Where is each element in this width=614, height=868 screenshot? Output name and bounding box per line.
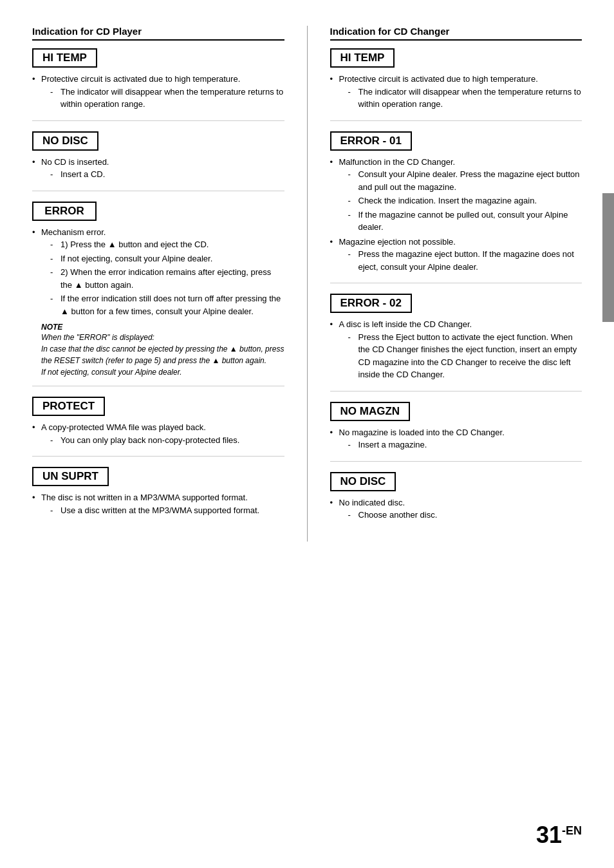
- sub-list: Insert a CD.: [50, 168, 284, 181]
- bullet-list: Mechanism error. 1) Press the ▲ button a…: [32, 226, 284, 318]
- sub-list: Use a disc written at the MP3/WMA suppor…: [50, 504, 284, 517]
- indicator-no-disc-cd: NO DISC: [32, 131, 98, 151]
- indicator-hi-temp-changer: HI TEMP: [330, 48, 395, 68]
- note-title: NOTE: [41, 323, 284, 332]
- main-content: Indication for CD Player HI TEMP Protect…: [32, 26, 582, 542]
- list-item: No CD is inserted. Insert a CD.: [32, 156, 284, 181]
- indicator-un-suprt-cd: UN SUPRT: [32, 467, 109, 486]
- entry-no-disc-changer: NO DISC No indicated disc. Choose anothe…: [330, 472, 582, 531]
- list-item: 2) When the error indication remains aft…: [50, 266, 284, 291]
- bullet-list: Malfunction in the CD Changer. Consult y…: [330, 156, 582, 274]
- sub-list: Consult your Alpine dealer. Press the ma…: [348, 168, 582, 234]
- right-column: Indication for CD Changer HI TEMP Protec…: [330, 26, 582, 542]
- note-text: When the "ERROR" is displayed: In case t…: [41, 332, 284, 378]
- bullet-list: No CD is inserted. Insert a CD.: [32, 156, 284, 181]
- sub-list: 1) Press the ▲ button and eject the CD. …: [50, 238, 284, 317]
- bullet-list: Protective circuit is activated due to h…: [330, 73, 582, 111]
- sub-list: The indicator will disappear when the te…: [348, 86, 582, 111]
- bullet-list: The disc is not written in a MP3/WMA sup…: [32, 491, 284, 516]
- list-item: Use a disc written at the MP3/WMA suppor…: [50, 504, 284, 517]
- indicator-protect-cd: PROTECT: [32, 397, 105, 416]
- left-section-title: Indication for CD Player: [32, 26, 284, 41]
- list-item: The indicator will disappear when the te…: [50, 86, 284, 111]
- list-item: The disc is not written in a MP3/WMA sup…: [32, 491, 284, 516]
- entry-hi-temp-changer: HI TEMP Protective circuit is activated …: [330, 48, 582, 121]
- list-item: The indicator will disappear when the te…: [348, 86, 582, 111]
- note-block: NOTE When the "ERROR" is displayed: In c…: [41, 323, 284, 378]
- bullet-list: A disc is left inside the CD Changer. Pr…: [330, 318, 582, 381]
- list-item: Press the Eject button to activate the e…: [348, 331, 582, 381]
- entry-no-magzn: NO MAGZN No magazine is loaded into the …: [330, 402, 582, 462]
- bullet-list: No indicated disc. Choose another disc.: [330, 496, 582, 522]
- entry-no-disc-cd: NO DISC No CD is inserted. Insert a CD.: [32, 131, 284, 191]
- list-item: Mechanism error. 1) Press the ▲ button a…: [32, 226, 284, 318]
- list-item: Magazine ejection not possible. Press th…: [330, 236, 582, 274]
- indicator-no-disc-changer: NO DISC: [330, 472, 396, 491]
- sub-list: Choose another disc.: [348, 509, 582, 522]
- indicator-error-02: ERROR - 02: [330, 294, 412, 313]
- page-number: 31-EN: [536, 822, 582, 849]
- sub-list: You can only play back non-copy-protecte…: [50, 434, 284, 447]
- list-item: Insert a CD.: [50, 168, 284, 181]
- entry-un-suprt-cd: UN SUPRT The disc is not written in a MP…: [32, 467, 284, 526]
- entry-error-01: ERROR - 01 Malfunction in the CD Changer…: [330, 131, 582, 284]
- list-item: No magazine is loaded into the CD Change…: [330, 426, 582, 451]
- indicator-hi-temp-cd: HI TEMP: [32, 48, 97, 68]
- list-item: If the magazine cannot be pulled out, co…: [348, 209, 582, 234]
- list-item: Protective circuit is activated due to h…: [330, 73, 582, 111]
- sub-list: Press the Eject button to activate the e…: [348, 331, 582, 381]
- list-item: You can only play back non-copy-protecte…: [50, 434, 284, 447]
- bullet-list: A copy-protected WMA file was played bac…: [32, 421, 284, 446]
- entry-error-02: ERROR - 02 A disc is left inside the CD …: [330, 294, 582, 392]
- list-item: A disc is left inside the CD Changer. Pr…: [330, 318, 582, 381]
- bullet-list: No magazine is loaded into the CD Change…: [330, 426, 582, 451]
- list-item: If not ejecting, consult your Alpine dea…: [50, 252, 284, 265]
- list-item: 1) Press the ▲ button and eject the CD.: [50, 238, 284, 251]
- entry-protect-cd: PROTECT A copy-protected WMA file was pl…: [32, 397, 284, 457]
- list-item: Check the indication. Insert the magazin…: [348, 194, 582, 207]
- sub-list: Press the magazine eject button. If the …: [348, 248, 582, 273]
- entry-hi-temp-cd: HI TEMP Protective circuit is activated …: [32, 48, 284, 121]
- right-tab: [602, 193, 614, 322]
- right-section-title: Indication for CD Changer: [330, 26, 582, 41]
- page-number-value: 31: [536, 822, 562, 848]
- page-suffix: -EN: [562, 824, 582, 837]
- indicator-error-01: ERROR - 01: [330, 131, 412, 151]
- list-item: Insert a magazine.: [348, 439, 582, 451]
- sub-list: Insert a magazine.: [348, 439, 582, 451]
- list-item: Press the magazine eject button. If the …: [348, 248, 582, 273]
- column-divider: [307, 26, 308, 542]
- left-column: Indication for CD Player HI TEMP Protect…: [32, 26, 284, 542]
- indicator-no-magzn: NO MAGZN: [330, 402, 411, 421]
- list-item: Protective circuit is activated due to h…: [32, 73, 284, 111]
- page: Indication for CD Player HI TEMP Protect…: [0, 0, 614, 868]
- sub-list: The indicator will disappear when the te…: [50, 86, 284, 111]
- entry-error-cd: ERROR Mechanism error. 1) Press the ▲ bu…: [32, 202, 284, 387]
- indicator-error-cd: ERROR: [32, 202, 97, 221]
- list-item: No indicated disc. Choose another disc.: [330, 496, 582, 522]
- list-item: Choose another disc.: [348, 509, 582, 522]
- list-item: If the error indication still does not t…: [50, 292, 284, 317]
- bullet-list: Protective circuit is activated due to h…: [32, 73, 284, 111]
- list-item: Malfunction in the CD Changer. Consult y…: [330, 156, 582, 234]
- list-item: A copy-protected WMA file was played bac…: [32, 421, 284, 446]
- list-item: Consult your Alpine dealer. Press the ma…: [348, 168, 582, 193]
